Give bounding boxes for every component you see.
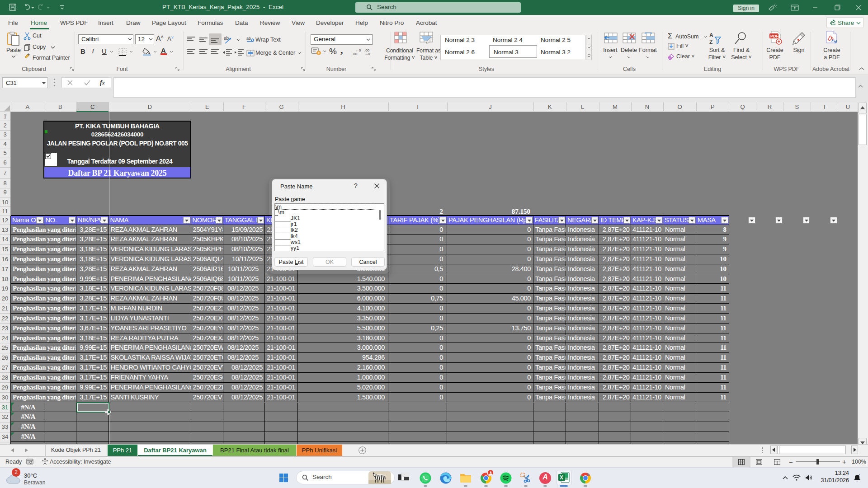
svg-text:ab: ab bbox=[224, 36, 229, 41]
svg-text:z: z bbox=[859, 474, 860, 476]
svg-text:.00: .00 bbox=[352, 52, 358, 56]
svg-text:PDF: PDF bbox=[770, 34, 779, 38]
svg-text:A: A bbox=[709, 32, 713, 38]
svg-text:ab: ab bbox=[246, 36, 251, 41]
svg-text:Z: Z bbox=[709, 39, 712, 45]
svg-text:→0: →0 bbox=[364, 52, 370, 56]
svg-text:X: X bbox=[560, 474, 563, 481]
